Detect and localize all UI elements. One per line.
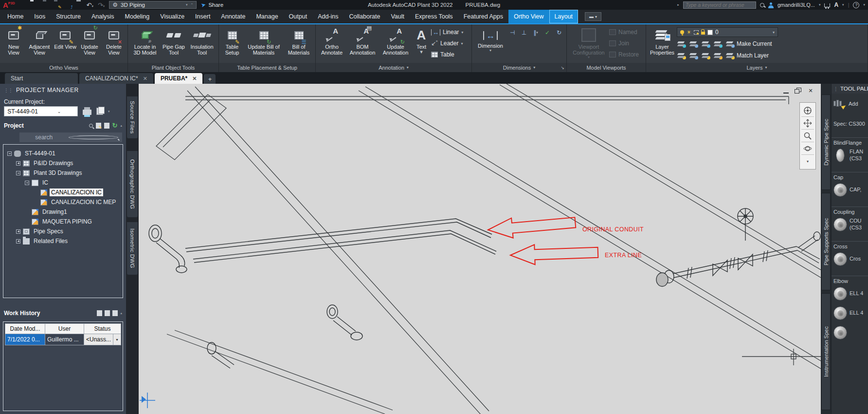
tab-vault[interactable]: Vault (385, 10, 410, 23)
update-annotation-button[interactable]: ↻ Update Annotation (380, 25, 412, 63)
dim-continue-button[interactable]: ∥▾ (531, 28, 541, 37)
dim-adjust-space-button[interactable]: ⊣ (507, 28, 517, 37)
new-drawing-tab-button[interactable]: + (204, 74, 216, 84)
copy-doc-icon[interactable] (104, 123, 109, 129)
workspace-selector[interactable]: ⚙ 3D Piping ▾⌃ (109, 1, 197, 9)
plot-button[interactable] (75, 1, 82, 8)
ribbon-display-toggle[interactable]: ▬▾ (585, 12, 601, 21)
search-icon[interactable] (89, 124, 93, 128)
refresh-icon[interactable]: ↻ (112, 123, 118, 129)
delete-view-button[interactable]: ✕ Delete View (103, 25, 125, 63)
zoom-icon[interactable] (801, 130, 814, 142)
tree-item-drawing1[interactable]: Drawing1 (3, 207, 123, 217)
new-file-button[interactable] (19, 1, 26, 8)
layer-on-button[interactable] (689, 53, 698, 59)
named-viewports-button[interactable]: Named (609, 27, 643, 37)
tree-item-canalizacion-ic[interactable]: CANALIZACION IC (3, 188, 123, 197)
linear-dimension-button[interactable]: ↔Linear▾ (431, 27, 469, 37)
update-view-button[interactable]: ↻ Update View (77, 25, 102, 63)
signed-in-user[interactable]: gmandrilli3LQ... (778, 2, 815, 8)
print-icon[interactable] (83, 110, 91, 115)
restore-viewports-button[interactable]: Restore (609, 50, 643, 59)
bom-annotation-button[interactable]: ▤ BOM Annotation (346, 25, 379, 63)
expand-expander-icon[interactable] (16, 229, 20, 234)
drawing-canvas[interactable]: ORIGINAL CONDUIT EXTRA LINE (139, 84, 821, 414)
tab-modeling[interactable]: Modeling (120, 10, 155, 23)
tab-pipe-supports-spec[interactable]: Pipe Supports Spec (821, 193, 831, 290)
text-button[interactable]: A Text ▾ (413, 25, 430, 63)
copy-report-icon[interactable] (96, 108, 103, 115)
layer-off-button[interactable] (677, 53, 686, 59)
project-search-box[interactable]: search (19, 132, 122, 142)
tab-isos[interactable]: Isos (29, 10, 51, 23)
table-button[interactable]: Table (431, 50, 469, 59)
dimension-button[interactable]: ↔ Dimension ▾ (474, 25, 506, 63)
collapse-icon[interactable]: ▴ (120, 311, 122, 315)
tab-dynamic-pipe-spec[interactable]: Dynamic Pipe Spec (821, 94, 831, 190)
dialog-launcher-icon[interactable]: ↘ (561, 65, 564, 70)
layer-freeze-button[interactable] (701, 41, 710, 47)
tab-output[interactable]: Output (284, 10, 313, 23)
tab-ortho-view[interactable]: Ortho View (508, 10, 549, 23)
tab-orthographic-dwg[interactable]: Orthographic DWG (127, 151, 138, 217)
bom-button[interactable]: ☰ Bill of Materials (285, 25, 313, 63)
search-icon[interactable] (760, 3, 764, 7)
edit-entry-icon[interactable] (112, 310, 118, 316)
view-entry-icon[interactable] (105, 310, 110, 316)
insulation-tool-button[interactable]: Insulation Tool (188, 25, 216, 63)
tree-item-pipe-specs[interactable]: Pipe Specs (3, 226, 123, 236)
layer-select[interactable]: ☀ 0 ▾ (677, 27, 778, 37)
file-tab-prueba[interactable]: PRUEBA*✕ (155, 73, 203, 84)
help-search-input[interactable] (683, 1, 756, 9)
layer-properties-button[interactable]: Layer Properties (649, 25, 676, 63)
ortho-annotate-button[interactable]: Ortho Annotate (318, 25, 345, 63)
tool-cap[interactable]: CAP, (832, 180, 868, 200)
collapse-icon[interactable]: ▴ (120, 124, 122, 128)
edit-view-button[interactable]: ✎ Edit View (54, 25, 76, 63)
file-tab-canalizacion[interactable]: CANALIZACION IC*✕ (79, 73, 153, 84)
column-user[interactable]: User (45, 324, 84, 334)
status-dropdown[interactable]: <Unass... ▾ (84, 334, 121, 345)
app-logo[interactable]: AP3D (3, 1, 15, 9)
column-date-modified[interactable]: Date Mod... (5, 324, 45, 334)
close-icon[interactable]: ✕ (192, 75, 197, 82)
adjacent-view-button[interactable]: Adjacent View (26, 25, 53, 63)
tab-analysis[interactable]: Analysis (86, 10, 120, 23)
group-label-dimensions[interactable]: Dimensions▾↘ (472, 63, 566, 72)
make-current-button[interactable]: Make Current (725, 39, 772, 49)
locate-in-3d-model-button[interactable]: ⌕ Locate in 3D Model (130, 25, 160, 63)
edit-doc-icon[interactable]: ✎ (96, 123, 101, 129)
tab-collaborate[interactable]: Collaborate (344, 10, 386, 23)
new-view-button[interactable]: ✱ New View (2, 25, 25, 63)
layer-unlock-button[interactable] (713, 53, 722, 59)
collapse-expander-icon[interactable] (16, 171, 20, 175)
panel-grip-icon[interactable]: ⋮ (833, 86, 838, 92)
tree-item-root[interactable]: ST-4449-01 (3, 149, 123, 158)
dim-check-button[interactable]: ✓ (542, 28, 552, 37)
close-icon[interactable]: ✕ (807, 88, 814, 94)
save-as-button[interactable]: ✎ (53, 1, 59, 8)
tab-featured-apps[interactable]: Featured Apps (458, 10, 508, 23)
match-layer-button[interactable]: Match Layer (725, 51, 769, 60)
tool-elbow-1[interactable]: ELL 4 (832, 284, 868, 303)
orbit-icon[interactable] (801, 142, 814, 155)
restore-icon[interactable] (795, 88, 801, 94)
dim-baseline-button[interactable]: ⊥ (519, 28, 529, 37)
open-file-button[interactable] (30, 1, 37, 8)
share-button[interactable]: ➤ Share (201, 1, 223, 8)
tab-layout[interactable]: Layout (549, 10, 579, 23)
tab-express-tools[interactable]: Express Tools (410, 10, 458, 23)
tool-cross[interactable]: Cros (832, 249, 868, 269)
publish-button[interactable]: ⤴ (64, 1, 71, 8)
group-label-layers[interactable]: Layers▾ (646, 63, 868, 72)
tree-item-pid-drawings[interactable]: P&ID Drawings (3, 158, 123, 168)
leader-button[interactable]: ↙˚Leader▾ (431, 38, 469, 48)
redo-button[interactable]: ↷▾ (98, 1, 105, 9)
viewport-configuration-button[interactable]: Viewport Configuration ▾ (569, 25, 608, 63)
close-icon[interactable]: ✕ (143, 75, 147, 82)
tab-addins[interactable]: Add-ins (312, 10, 344, 23)
layer-thaw-button[interactable] (701, 53, 710, 59)
group-label-annotation[interactable]: Annotation▾ (316, 63, 471, 72)
help-icon[interactable]: ? (853, 2, 859, 8)
navbar-more-icon[interactable]: ▾ (801, 155, 814, 168)
